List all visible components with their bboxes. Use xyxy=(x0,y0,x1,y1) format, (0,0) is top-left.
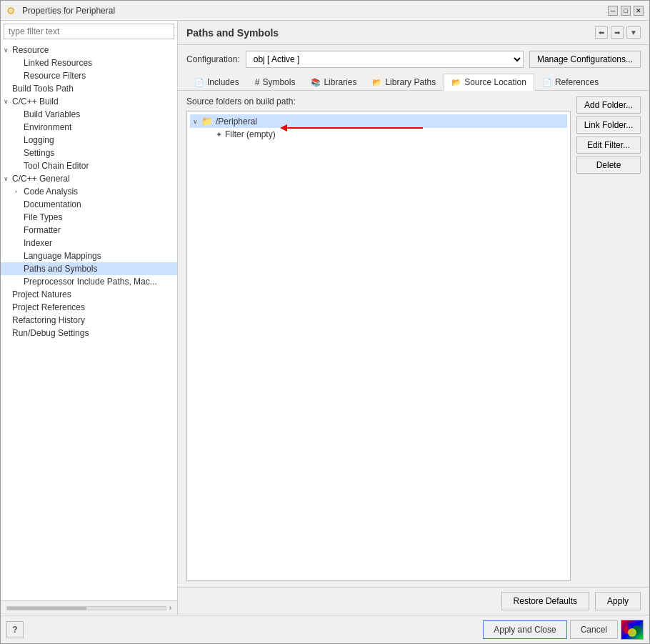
window-controls: ─ □ ✕ xyxy=(608,6,644,16)
sidebar: ∨ Resource Linked Resources Resource Fil… xyxy=(1,21,178,615)
apply-cancel-area: Apply and Close Cancel xyxy=(483,620,618,639)
sidebar-item-resource-filters[interactable]: Resource Filters xyxy=(1,69,177,82)
close-button[interactable]: ✕ xyxy=(634,6,644,16)
tab-library-paths[interactable]: 📂 Library Paths xyxy=(364,74,444,91)
properties-window: ⚙ Properties for Peripheral ─ □ ✕ ∨ Reso… xyxy=(0,0,650,644)
svg-point-3 xyxy=(628,628,636,637)
source-location-icon: 📂 xyxy=(451,78,461,87)
sidebar-item-language-mappings[interactable]: Language Mappings xyxy=(1,249,177,262)
configuration-label: Configuration: xyxy=(186,54,240,64)
link-folder-button[interactable]: Link Folder... xyxy=(576,117,641,134)
library-paths-icon: 📂 xyxy=(372,78,382,87)
peripheral-label: /Peripheral xyxy=(216,117,257,127)
tab-includes[interactable]: 📄 Includes xyxy=(186,74,247,91)
cancel-button[interactable]: Cancel xyxy=(570,620,618,639)
maximize-button[interactable]: □ xyxy=(621,6,631,16)
expand-arrow: ∨ xyxy=(193,118,201,125)
sidebar-item-logging[interactable]: Logging xyxy=(1,134,177,147)
sidebar-item-run-debug[interactable]: Run/Debug Settings xyxy=(1,327,177,340)
footer-bar: ? Apply and Close Cancel xyxy=(1,615,649,643)
tab-source-location[interactable]: 📂 Source Location xyxy=(444,74,534,91)
sidebar-item-ccpp-general[interactable]: ∨ C/C++ General xyxy=(1,172,177,185)
apply-button[interactable]: Apply xyxy=(595,592,641,610)
sidebar-item-build-tools-path[interactable]: Build Tools Path xyxy=(1,82,177,95)
configuration-row: Configuration: obj [ Active ] Manage Con… xyxy=(178,45,649,74)
tab-libraries[interactable]: 📚 Libraries xyxy=(303,74,364,91)
main-area: ∨ Resource Linked Resources Resource Fil… xyxy=(1,21,649,615)
sidebar-item-formatter[interactable]: Formatter xyxy=(1,224,177,237)
folder-icon: 📁 xyxy=(201,116,213,127)
sidebar-item-preprocessor[interactable]: Preprocessor Include Paths, Mac... xyxy=(1,275,177,288)
nav-back-button[interactable]: ⬅ xyxy=(595,26,608,39)
sidebar-item-file-types[interactable]: File Types xyxy=(1,211,177,224)
window-title: Properties for Peripheral xyxy=(22,6,608,16)
source-folders-label: Source folders on build path: xyxy=(186,96,571,106)
sidebar-item-environment[interactable]: Environment xyxy=(1,121,177,134)
sidebar-item-tool-chain-editor[interactable]: Tool Chain Editor xyxy=(1,159,177,172)
filter-input[interactable] xyxy=(4,24,174,39)
libraries-icon: 📚 xyxy=(311,78,321,87)
references-icon: 📄 xyxy=(542,78,552,87)
header-nav: ⬅ ➡ ▼ xyxy=(595,26,641,39)
logo-icon xyxy=(621,620,644,640)
expand-arrow: ∨ xyxy=(4,46,12,54)
nav-forward-button[interactable]: ➡ xyxy=(611,26,624,39)
tab-symbols[interactable]: # Symbols xyxy=(247,74,304,91)
sidebar-item-documentation[interactable]: Documentation xyxy=(1,198,177,211)
delete-button[interactable]: Delete xyxy=(576,157,641,174)
help-button[interactable]: ? xyxy=(6,621,24,638)
panel-main: Source folders on build path: ∨ 📁 /Perip… xyxy=(186,96,571,581)
source-location-panel: Source folders on build path: ∨ 📁 /Perip… xyxy=(178,91,649,587)
apply-and-close-button[interactable]: Apply and Close xyxy=(483,620,566,639)
sidebar-tree: ∨ Resource Linked Resources Resource Fil… xyxy=(1,42,177,600)
content-title: Paths and Symbols xyxy=(186,27,279,39)
side-buttons: Add Folder... Link Folder... Edit Filter… xyxy=(576,96,641,581)
sidebar-item-ccpp-build[interactable]: ∨ C/C++ Build xyxy=(1,95,177,108)
configuration-select[interactable]: obj [ Active ] xyxy=(246,51,524,68)
minimize-button[interactable]: ─ xyxy=(608,6,618,16)
title-bar: ⚙ Properties for Peripheral ─ □ ✕ xyxy=(1,1,649,21)
sidebar-item-linked-resources[interactable]: Linked Resources xyxy=(1,56,177,69)
source-tree-panel[interactable]: ∨ 📁 /Peripheral ✦ Filter (empty) xyxy=(186,111,571,581)
content-area: Paths and Symbols ⬅ ➡ ▼ Configuration: o… xyxy=(178,21,649,615)
sidebar-scrollbar[interactable]: › xyxy=(1,600,177,615)
manage-configurations-button[interactable]: Manage Configurations... xyxy=(529,51,641,68)
sidebar-item-settings[interactable]: Settings xyxy=(1,147,177,159)
edit-filter-button[interactable]: Edit Filter... xyxy=(576,137,641,154)
source-tree: ∨ 📁 /Peripheral ✦ Filter (empty) xyxy=(187,112,570,144)
scroll-right-arrow[interactable]: › xyxy=(169,604,171,612)
filter-icon: ✦ xyxy=(216,130,222,139)
tab-references[interactable]: 📄 References xyxy=(534,74,606,91)
sidebar-item-code-analysis[interactable]: › Code Analysis xyxy=(1,185,177,198)
source-item-peripheral[interactable]: ∨ 📁 /Peripheral xyxy=(190,114,567,128)
sidebar-item-project-natures[interactable]: Project Natures xyxy=(1,288,177,301)
filter-label: Filter (empty) xyxy=(225,129,276,139)
source-item-filter[interactable]: ✦ Filter (empty) xyxy=(190,128,567,141)
sidebar-item-paths-and-symbols[interactable]: Paths and Symbols xyxy=(1,262,177,275)
window-icon: ⚙ xyxy=(6,5,18,16)
sidebar-item-refactoring-history[interactable]: Refactoring History xyxy=(1,314,177,327)
tabs-bar: 📄 Includes # Symbols 📚 Libraries 📂 Libra… xyxy=(178,74,649,91)
sidebar-item-project-references[interactable]: Project References xyxy=(1,301,177,314)
symbols-icon: # xyxy=(255,77,260,87)
includes-icon: 📄 xyxy=(194,78,204,87)
sidebar-item-build-variables[interactable]: Build Variables xyxy=(1,108,177,121)
content-header: Paths and Symbols ⬅ ➡ ▼ xyxy=(178,21,649,45)
add-folder-button[interactable]: Add Folder... xyxy=(576,96,641,114)
bottom-bar: Restore Defaults Apply xyxy=(178,587,649,615)
footer-right: Apply and Close Cancel xyxy=(483,620,644,640)
restore-defaults-button[interactable]: Restore Defaults xyxy=(501,592,589,610)
eclipse-logo xyxy=(622,621,642,638)
sidebar-item-resource[interactable]: ∨ Resource xyxy=(1,44,177,56)
sidebar-item-indexer[interactable]: Indexer xyxy=(1,237,177,249)
nav-dropdown-button[interactable]: ▼ xyxy=(626,26,641,39)
